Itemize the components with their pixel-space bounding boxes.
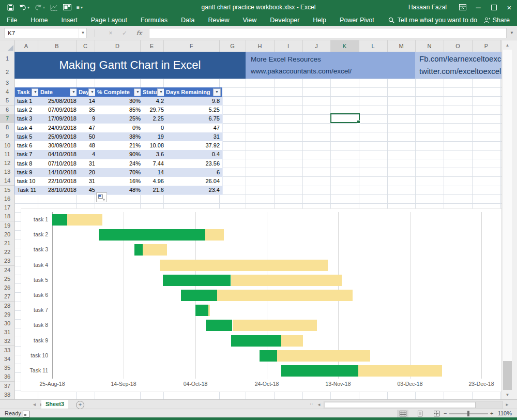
row-header-19[interactable]: 19 (0, 221, 15, 231)
table-cell[interactable]: 14 (141, 168, 167, 177)
column-header-F[interactable]: F (163, 40, 220, 52)
gantt-bar-complete[interactable] (231, 335, 281, 347)
column-header-E[interactable]: E (140, 40, 164, 52)
row-header-12[interactable]: 12 (0, 159, 15, 168)
gantt-bar-complete[interactable] (260, 350, 277, 362)
vertical-scrollbar[interactable]: ▲ ▼ (501, 40, 517, 399)
table-cell[interactable]: 30/09/2018 (38, 141, 80, 151)
row-header-25[interactable]: 25 (0, 275, 15, 284)
table-cell[interactable]: 9.8 (164, 97, 223, 106)
expand-formula-bar-icon[interactable]: ▼ (508, 28, 515, 38)
table-cell[interactable]: 07/09/2018 (38, 106, 80, 115)
table-cell[interactable]: 6 (164, 168, 223, 177)
gantt-bar-complete[interactable] (134, 244, 143, 256)
gantt-bar-remaining[interactable] (160, 260, 328, 271)
table-cell[interactable]: 47 (164, 124, 223, 133)
row-header-5[interactable]: 5 (0, 96, 15, 106)
ribbon-tab-insert[interactable]: Insert (55, 14, 84, 26)
ribbon-tab-developer[interactable]: Developer (263, 14, 306, 26)
name-box-dropdown-icon[interactable]: ▼ (79, 28, 87, 38)
share-button[interactable]: Share (484, 14, 510, 26)
name-box[interactable]: K7 (4, 28, 87, 38)
row-header-14[interactable]: 14 (0, 176, 15, 186)
row-header-33[interactable]: 33 (0, 346, 15, 355)
gantt-bar-complete[interactable] (281, 365, 358, 377)
row-header-35[interactable]: 35 (0, 364, 15, 373)
gantt-chart[interactable]: 25-Aug-1814-Sep-1804-Oct-1824-Oct-1813-N… (21, 208, 501, 392)
row-header-16[interactable]: 16 (0, 194, 15, 204)
column-header-K[interactable]: K (330, 40, 359, 53)
gantt-bar-remaining[interactable] (231, 275, 342, 286)
row-header-11[interactable]: 11 (0, 150, 15, 159)
ribbon-tab-file[interactable]: File (0, 14, 24, 26)
page-layout-view-icon[interactable] (414, 410, 425, 417)
social-line-2[interactable]: twitter.com/exceltoexcel (419, 65, 501, 78)
hscroll-left-icon[interactable]: ◄ (316, 401, 322, 408)
table-cell[interactable]: 07/10/2018 (38, 159, 80, 169)
table-cell[interactable]: 90% (95, 150, 144, 159)
column-header-L[interactable]: L (359, 40, 388, 52)
row-header-13[interactable]: 13 (0, 168, 15, 177)
table-cell[interactable]: 38% (95, 132, 144, 142)
table-cell[interactable]: 29.75 (141, 106, 167, 115)
table-cell[interactable]: 0.4 (164, 150, 223, 159)
minimize-button[interactable]: ─ (470, 0, 486, 14)
row-header-10[interactable]: 10 (0, 141, 15, 151)
maximize-button[interactable] (486, 0, 501, 14)
column-header-H[interactable]: H (246, 40, 275, 52)
ribbon-tab-formulas[interactable]: Formulas (134, 14, 174, 26)
table-cell[interactable]: 26.04 (164, 177, 223, 186)
table-cell[interactable]: 24/09/2018 (38, 124, 80, 133)
gantt-bar-remaining[interactable] (277, 350, 370, 362)
gantt-bar-remaining[interactable] (233, 320, 317, 331)
tell-me-box[interactable]: Tell me what you want to do (388, 17, 477, 24)
table-cell[interactable]: 30% (95, 97, 144, 106)
column-header-G[interactable]: G (219, 40, 246, 52)
table-cell[interactable]: task 6 (15, 141, 41, 151)
table-cell[interactable]: task 7 (15, 150, 41, 159)
hscroll-thumb[interactable] (325, 402, 476, 408)
table-cell[interactable]: 4.2 (141, 97, 167, 106)
ribbon-tab-data[interactable]: Data (174, 14, 201, 26)
row-header-34[interactable]: 34 (0, 355, 15, 364)
row-header-29[interactable]: 29 (0, 310, 15, 320)
gantt-bar-remaining[interactable] (358, 365, 442, 377)
table-cell[interactable]: 17/09/2018 (38, 114, 80, 124)
row-header-17[interactable]: 17 (0, 203, 15, 213)
table-cell[interactable]: 14/10/2018 (38, 168, 80, 177)
column-header-P[interactable]: P (472, 40, 501, 52)
macro-record-icon[interactable] (23, 411, 29, 417)
ribbon-tab-power-pivot[interactable]: Power Pivot (333, 14, 381, 26)
table-header-date[interactable]: Date▼ (38, 87, 79, 97)
table-cell[interactable]: 24% (95, 159, 144, 169)
gantt-bar-remaining[interactable] (281, 335, 303, 347)
table-cell[interactable]: 16% (95, 177, 144, 186)
table-header-days-remaining[interactable]: Days Remaining▼ (164, 87, 222, 97)
row-header-22[interactable]: 22 (0, 248, 15, 257)
ribbon-tab-page-layout[interactable]: Page Layout (84, 14, 134, 26)
row-header-36[interactable]: 36 (0, 372, 15, 382)
row-header-3[interactable]: 3 (0, 79, 15, 88)
table-cell[interactable]: 25% (95, 114, 144, 124)
table-cell[interactable]: Task 11 (15, 186, 41, 195)
ribbon-tab-help[interactable]: Help (306, 14, 333, 26)
row-header-4[interactable]: 4 (0, 87, 15, 97)
scroll-up-icon[interactable]: ▲ (503, 41, 512, 50)
column-header-D[interactable]: D (95, 40, 141, 52)
horizontal-scrollbar[interactable] (324, 401, 503, 409)
row-header-31[interactable]: 31 (0, 328, 15, 337)
table-cell[interactable]: 21% (95, 141, 144, 151)
gantt-bar-complete[interactable] (206, 320, 232, 331)
close-button[interactable]: × (501, 0, 517, 14)
resources-line-2[interactable]: www.pakaccountants.com/excel/ (251, 65, 415, 77)
table-header-task[interactable]: Task▼ (15, 87, 41, 97)
table-cell[interactable]: 22/10/2018 (38, 177, 80, 186)
normal-view-icon[interactable] (397, 410, 408, 417)
table-cell[interactable]: 0% (95, 124, 144, 133)
table-cell[interactable]: task 4 (15, 124, 41, 133)
sheet-grid[interactable]: 1234567891011121314151617181920212223242… (0, 52, 501, 399)
table-cell[interactable]: 7.44 (141, 159, 167, 169)
column-header-C[interactable]: C (76, 40, 95, 52)
table-cell[interactable]: 21.6 (141, 186, 167, 195)
row-header-37[interactable]: 37 (0, 382, 15, 391)
